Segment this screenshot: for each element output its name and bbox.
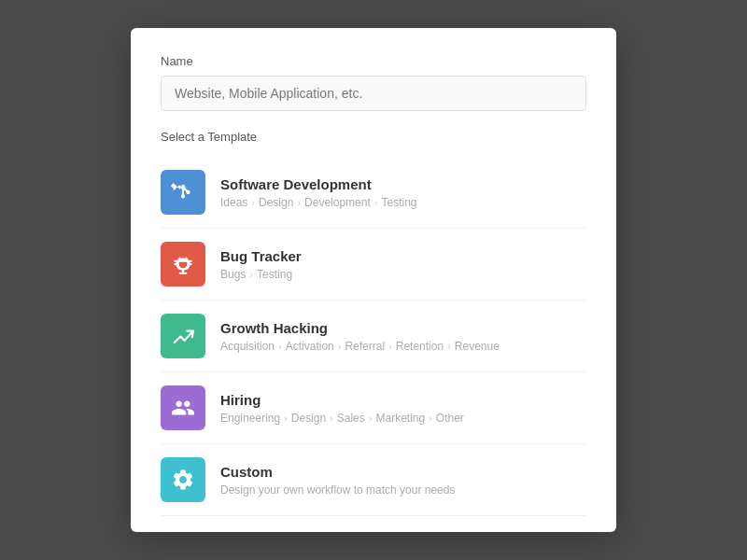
template-name: Bug Tracker (220, 248, 302, 264)
stage-label: Design (291, 412, 326, 425)
stage-separator: › (284, 413, 288, 424)
stage-label: Sales (337, 412, 365, 425)
stage-label: Activation (286, 340, 334, 353)
template-name: Custom (220, 464, 455, 480)
stage-label: Engineering (220, 412, 280, 425)
stage-separator: › (429, 413, 432, 424)
create-project-modal: Name Select a Template Software Developm… (131, 28, 616, 532)
template-item-bug-tracker[interactable]: Bug TrackerBugs›Testing (161, 229, 586, 301)
stage-label: Testing (381, 196, 416, 209)
stage-separator: › (249, 269, 253, 280)
stage-separator: › (369, 413, 373, 424)
stage-separator: › (278, 341, 282, 352)
template-item-growth-hacking[interactable]: Growth HackingAcquisition›Activation›Ref… (161, 301, 586, 372)
stage-separator: › (388, 341, 392, 352)
git-icon (161, 170, 205, 215)
stage-label: Development (304, 196, 371, 209)
template-name: Growth Hacking (220, 320, 500, 336)
template-stages: Engineering›Design›Sales›Marketing›Other (220, 412, 464, 425)
template-info: HiringEngineering›Design›Sales›Marketing… (220, 392, 464, 425)
chart-icon (161, 314, 205, 358)
stage-label: Design (259, 196, 293, 209)
template-stages: Design your own workflow to match your n… (220, 483, 455, 497)
stage-separator: › (374, 197, 378, 208)
template-stages: Acquisition›Activation›Referral›Retentio… (220, 340, 500, 353)
stage-label: Revenue (455, 340, 500, 353)
template-item-custom[interactable]: CustomDesign your own workflow to match … (161, 444, 586, 516)
template-item-software-dev[interactable]: Software DevelopmentIdeas›Design›Develop… (161, 157, 586, 229)
stage-label: Marketing (375, 412, 425, 425)
stage-separator: › (297, 197, 301, 208)
settings-icon (161, 457, 205, 502)
project-name-input[interactable] (161, 76, 586, 111)
template-stages: Bugs›Testing (220, 268, 302, 281)
template-section-label: Select a Template (161, 130, 586, 144)
template-info: Software DevelopmentIdeas›Design›Develop… (220, 176, 416, 209)
template-name: Software Development (220, 176, 416, 192)
template-stages: Ideas›Design›Development›Testing (220, 196, 416, 209)
name-label: Name (161, 54, 586, 68)
template-info: Bug TrackerBugs›Testing (220, 248, 302, 281)
bug-icon (161, 242, 205, 287)
stage-separator: › (330, 413, 333, 424)
stage-separator: › (338, 341, 342, 352)
stage-separator: › (251, 197, 255, 208)
footer-note: You can customize all templates later fr… (161, 531, 586, 532)
stage-label: Referral (345, 340, 385, 353)
stage-separator: › (447, 341, 451, 352)
stage-label: Ideas (220, 196, 247, 209)
template-info: Growth HackingAcquisition›Activation›Ref… (220, 320, 500, 353)
template-info: CustomDesign your own workflow to match … (220, 464, 455, 497)
stage-label: Acquisition (220, 340, 275, 353)
stage-label: Other (436, 412, 464, 425)
stage-label: Bugs (220, 268, 246, 281)
people-icon (161, 385, 205, 430)
stage-label: Testing (257, 268, 292, 281)
template-item-hiring[interactable]: HiringEngineering›Design›Sales›Marketing… (161, 372, 586, 444)
stage-label: Retention (396, 340, 444, 353)
template-name: Hiring (220, 392, 464, 408)
template-list: Software DevelopmentIdeas›Design›Develop… (161, 157, 586, 516)
